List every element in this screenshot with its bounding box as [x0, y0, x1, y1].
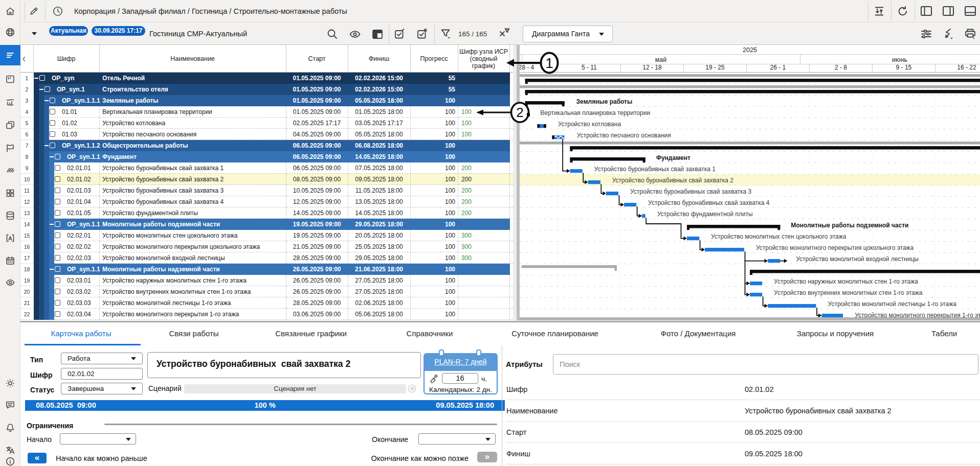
svg-text:16 - 22: 16 - 22: [957, 64, 976, 71]
svg-text:Вертикальная планировка террит: Вертикальная планировка территории: [540, 109, 650, 116]
svg-text:1: 1: [545, 55, 553, 71]
svg-text:Устройство внутренних монолитн: Устройство внутренних монолитных стен 1-…: [774, 289, 923, 296]
svg-text:2025: 2025: [743, 46, 757, 54]
svg-text:Устройство монолитной входной: Устройство монолитной входной лестницы: [796, 255, 919, 263]
svg-text:2: 2: [516, 105, 523, 120]
svg-text:9 - 15: 9 - 15: [896, 64, 912, 71]
svg-text:Устройство монолитного перекры: Устройство монолитного перекрытия цоколь…: [756, 244, 914, 251]
svg-text:Устройство наружных монолитных: Устройство наружных монолитных стен 1-го…: [774, 278, 918, 285]
svg-text:Устройство буронабивных свай з: Устройство буронабивных свай захватка 1: [594, 166, 716, 173]
svg-text:Устройство буронабивных свай з: Устройство буронабивных свай захватка 4: [648, 199, 770, 206]
svg-text:19 - 25: 19 - 25: [705, 64, 725, 71]
svg-text:Фундамент: Фундамент: [656, 154, 691, 161]
svg-text:май: май: [655, 56, 667, 63]
svg-text:Устройство фундаментной плиты: Устройство фундаментной плиты: [657, 211, 753, 218]
svg-text:Устройство песчаного основания: Устройство песчаного основания: [577, 132, 671, 139]
svg-text:Устройство буронабивных свай з: Устройство буронабивных свай захватка 2: [612, 177, 734, 184]
svg-text:2 - 8: 2 - 8: [835, 64, 847, 71]
svg-text:5 - 11: 5 - 11: [582, 64, 597, 71]
svg-text:Устройство котлована: Устройство котлована: [558, 121, 621, 128]
svg-text:Устройство монолитной лестницы: Устройство монолитной лестницы 1-го этаж…: [828, 300, 957, 308]
svg-text:Монолитные работы подземной ча: Монолитные работы подземной части: [791, 222, 908, 229]
svg-text:26 - 1: 26 - 1: [770, 64, 786, 71]
svg-text:Устройство буронабивных свай з: Устройство буронабивных свай захватка 3: [630, 188, 752, 195]
svg-text:12 - 18: 12 - 18: [642, 64, 662, 71]
svg-text:Устройство монолитных стен цок: Устройство монолитных стен цокольного эт…: [711, 233, 847, 240]
svg-text:июнь: июнь: [892, 56, 907, 63]
svg-text:Земляные работы: Земляные работы: [576, 98, 633, 105]
